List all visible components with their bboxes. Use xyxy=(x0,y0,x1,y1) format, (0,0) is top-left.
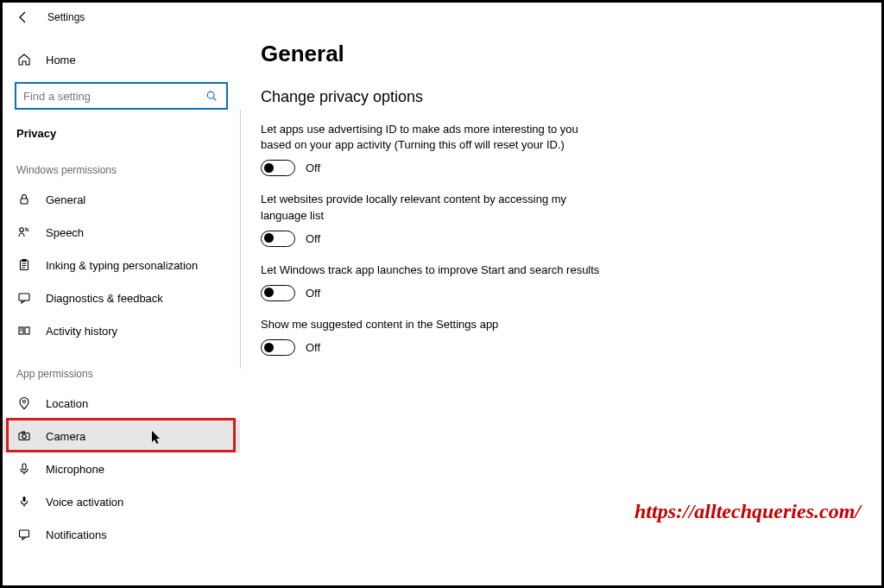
clipboard-icon xyxy=(16,258,32,272)
search-box[interactable] xyxy=(15,82,228,110)
sidebar-item-activity[interactable]: Activity history xyxy=(3,314,240,347)
toggle-switch[interactable] xyxy=(261,231,295,247)
window-title: Settings xyxy=(47,11,85,23)
sidebar-category-heading: Privacy xyxy=(3,122,240,155)
search-input[interactable] xyxy=(23,90,204,103)
svg-point-3 xyxy=(20,228,24,232)
setting-description: Let websites provide locally relevant co… xyxy=(261,192,606,223)
camera-icon xyxy=(16,429,32,443)
toggle-switch[interactable] xyxy=(261,339,295,356)
sidebar-section-label: App permissions xyxy=(3,359,240,387)
setting-block: Let Windows track app launches to improv… xyxy=(261,262,606,301)
speech-icon xyxy=(16,225,32,239)
svg-point-16 xyxy=(22,434,27,439)
titlebar: Settings xyxy=(3,3,881,32)
sidebar-item-label: Home xyxy=(46,54,76,66)
svg-rect-2 xyxy=(21,199,28,204)
toggle-switch[interactable] xyxy=(261,160,295,176)
sidebar-item-label: Camera xyxy=(46,430,85,443)
back-button[interactable] xyxy=(13,7,34,28)
sidebar-item-label: General xyxy=(46,193,85,206)
sidebar-section-label: Windows permissions xyxy=(3,155,240,183)
setting-block: Show me suggested content in the Setting… xyxy=(261,317,606,356)
sidebar-item-label: Diagnostics & feedback xyxy=(46,292,163,305)
sidebar-item-label: Microphone xyxy=(46,463,104,476)
lock-icon xyxy=(16,193,32,206)
toggle-state-label: Off xyxy=(306,341,320,354)
toggle-switch[interactable] xyxy=(261,285,295,301)
vertical-separator xyxy=(240,110,241,369)
voice-icon xyxy=(16,495,32,509)
svg-point-0 xyxy=(207,92,214,98)
toggle-state-label: Off xyxy=(306,287,320,300)
page-title: General xyxy=(261,41,861,67)
microphone-icon xyxy=(16,462,32,476)
search-icon xyxy=(204,90,219,102)
svg-line-1 xyxy=(213,98,216,100)
svg-rect-17 xyxy=(22,432,25,433)
history-icon xyxy=(16,324,32,338)
feedback-icon xyxy=(16,291,32,305)
toggle-state-label: Off xyxy=(306,232,320,245)
main-panel: General Change privacy options Let apps … xyxy=(240,32,881,585)
sidebar-item-label: Notifications xyxy=(46,528,107,541)
sidebar-item-camera[interactable]: Camera xyxy=(3,420,240,452)
svg-rect-9 xyxy=(19,294,29,300)
sidebar-item-notifications[interactable]: Notifications xyxy=(3,518,240,551)
sidebar-item-label: Voice activation xyxy=(46,496,123,509)
sidebar-item-label: Inking & typing personalization xyxy=(46,259,198,272)
sidebar-item-inking[interactable]: Inking & typing personalization xyxy=(3,249,240,281)
toggle-state-label: Off xyxy=(306,161,320,174)
setting-description: Let Windows track app launches to improv… xyxy=(261,262,606,278)
home-icon xyxy=(16,53,32,66)
setting-block: Let apps use advertising ID to make ads … xyxy=(261,122,606,176)
setting-description: Show me suggested content in the Setting… xyxy=(261,317,606,332)
svg-rect-11 xyxy=(25,327,29,334)
svg-point-14 xyxy=(22,400,25,402)
sidebar-item-label: Location xyxy=(46,397,88,410)
sidebar-item-home[interactable]: Home xyxy=(3,46,240,73)
sidebar: Home Privacy Windows permissions General xyxy=(3,32,240,585)
setting-block: Let websites provide locally relevant co… xyxy=(261,192,606,246)
arrow-left-icon xyxy=(16,10,30,24)
sidebar-item-speech[interactable]: Speech xyxy=(3,216,240,249)
sidebar-item-microphone[interactable]: Microphone xyxy=(3,452,240,485)
svg-rect-20 xyxy=(23,496,26,502)
svg-rect-18 xyxy=(22,464,26,470)
sidebar-item-location[interactable]: Location xyxy=(3,387,240,420)
watermark-text: https://alltechqueries.com/ xyxy=(635,500,861,523)
location-icon xyxy=(16,396,32,410)
sidebar-item-diagnostics[interactable]: Diagnostics & feedback xyxy=(3,281,240,314)
sidebar-item-label: Speech xyxy=(46,226,84,239)
sidebar-item-label: Activity history xyxy=(46,325,117,338)
sidebar-item-voice[interactable]: Voice activation xyxy=(3,485,240,518)
page-subheading: Change privacy options xyxy=(261,88,861,106)
setting-description: Let apps use advertising ID to make ads … xyxy=(261,122,606,153)
sidebar-item-general[interactable]: General xyxy=(3,183,240,216)
notifications-icon xyxy=(16,528,32,541)
svg-rect-22 xyxy=(20,530,29,537)
cursor-icon xyxy=(151,430,163,446)
